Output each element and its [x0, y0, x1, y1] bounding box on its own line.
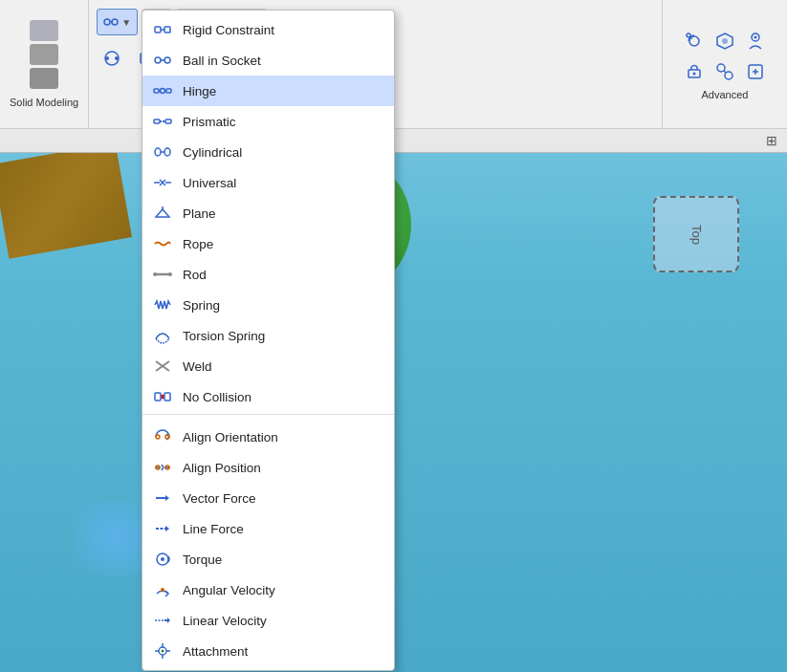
- svg-line-70: [162, 465, 164, 467]
- menu-item-hinge[interactable]: Hinge: [142, 76, 394, 106]
- solid-modeling-icon-group: [30, 20, 58, 89]
- menu-item-line-force[interactable]: Line Force: [142, 513, 394, 544]
- rod-icon: [152, 264, 173, 285]
- svg-line-71: [162, 467, 164, 470]
- menu-item-no-collision[interactable]: No Collision: [142, 381, 394, 412]
- menu-label-plane: Plane: [183, 206, 216, 221]
- menu-item-rope[interactable]: Rope: [142, 228, 394, 259]
- adv-icon-6[interactable]: [742, 58, 769, 85]
- spring-icon: [152, 294, 173, 315]
- linvel-icon: [152, 610, 173, 631]
- svg-rect-37: [155, 27, 161, 33]
- svg-point-28: [754, 36, 757, 39]
- toolbar-advanced: Advanced: [662, 0, 787, 128]
- menu-label-rope: Rope: [183, 237, 213, 251]
- svg-point-26: [722, 38, 728, 44]
- viewport-orientation-label: Top: [689, 225, 704, 245]
- menu-label-no-collision: No Collision: [183, 390, 251, 404]
- svg-rect-48: [154, 119, 160, 123]
- svg-point-30: [693, 73, 696, 76]
- menu-label-align-position: Align Position: [183, 461, 261, 475]
- menu-item-linear-velocity[interactable]: Linear Velocity: [142, 605, 394, 636]
- scene-plank: [0, 142, 132, 259]
- hinge-icon: [152, 80, 173, 101]
- menu-label-rod: Rod: [183, 268, 207, 282]
- adv-icon-3[interactable]: [742, 28, 769, 54]
- svg-point-40: [155, 57, 161, 63]
- menu-item-plane[interactable]: Plane: [142, 198, 394, 228]
- attachment-icon: [152, 640, 173, 661]
- adv-icon-4[interactable]: [681, 58, 708, 85]
- solid-modeling-label: Solid Modeling: [10, 97, 78, 108]
- menu-label-vector-force: Vector Force: [183, 491, 256, 506]
- svg-point-24: [687, 33, 690, 37]
- advanced-icons-group: [677, 28, 773, 85]
- plane-icon: [152, 203, 173, 224]
- cylindrical-icon: [152, 141, 173, 163]
- menu-label-attachment: Attachment: [183, 644, 248, 659]
- menu-label-prismatic: Prismatic: [183, 115, 236, 129]
- menu-item-spring[interactable]: Spring: [142, 290, 394, 320]
- vectorforce-icon: [152, 488, 173, 509]
- svg-point-78: [161, 588, 164, 592]
- menu-label-cylindrical: Cylindrical: [183, 145, 242, 160]
- svg-point-52: [164, 148, 170, 156]
- menu-label-universal: Universal: [183, 176, 236, 190]
- menu-item-cylindrical[interactable]: Cylindrical: [142, 137, 394, 167]
- icon-btn-1[interactable]: [97, 43, 127, 74]
- adv-icon-5[interactable]: [711, 58, 738, 85]
- menu-item-weld[interactable]: Weld: [142, 351, 394, 381]
- menu-item-align-orientation[interactable]: Align Orientation: [142, 422, 394, 452]
- svg-point-32: [725, 72, 732, 79]
- svg-rect-38: [164, 27, 170, 33]
- alignpos-icon: [152, 457, 173, 478]
- menu-separator-after-no-collision: [142, 414, 394, 420]
- menu-label-torque: Torque: [183, 553, 222, 567]
- svg-rect-43: [154, 89, 159, 93]
- menu-label-linear-velocity: Linear Velocity: [183, 614, 267, 628]
- menu-item-rod[interactable]: Rod: [142, 259, 394, 290]
- svg-point-51: [155, 148, 161, 156]
- menu-item-angular-velocity[interactable]: Angular Velocity: [142, 574, 394, 605]
- menu-item-align-position[interactable]: Align Position: [142, 452, 394, 483]
- constraints-icon: [103, 14, 119, 30]
- toolbar-solid-modeling: Solid Modeling: [0, 0, 89, 128]
- weld-icon: [152, 356, 173, 377]
- adv-icon-1[interactable]: [681, 28, 708, 54]
- menu-label-rigid-constraint: Rigid Constraint: [183, 23, 274, 37]
- svg-rect-49: [165, 119, 171, 123]
- menu-label-angular-velocity: Angular Velocity: [183, 583, 275, 597]
- menu-label-torsion-spring: Torsion Spring: [183, 329, 265, 343]
- svg-point-66: [156, 435, 160, 439]
- svg-rect-62: [155, 393, 161, 401]
- adv-icon-2[interactable]: [711, 28, 738, 54]
- svg-rect-63: [164, 393, 170, 401]
- menu-item-torsion-spring[interactable]: Torsion Spring: [142, 320, 394, 351]
- torsion-icon: [152, 325, 173, 346]
- alignorient-icon: [152, 426, 173, 447]
- menu-label-align-orientation: Align Orientation: [183, 430, 278, 444]
- svg-point-59: [168, 272, 172, 276]
- prismatic-icon: [152, 111, 173, 132]
- svg-point-8: [105, 56, 109, 60]
- menu-label-ball-in-socket: Ball in Socket: [183, 54, 261, 68]
- menu-item-rigid-constraint[interactable]: Rigid Constraint: [142, 14, 394, 45]
- torque-icon: [152, 549, 173, 570]
- menu-label-spring: Spring: [183, 298, 220, 313]
- menu-label-weld: Weld: [183, 359, 212, 374]
- constraints-dropdown-button[interactable]: ▼: [97, 9, 138, 35]
- menu-item-torque[interactable]: Torque: [142, 544, 394, 574]
- menu-item-universal[interactable]: Universal: [142, 167, 394, 198]
- advanced-label: Advanced: [702, 89, 749, 100]
- svg-line-33: [724, 71, 726, 73]
- nocollision-icon: [152, 386, 173, 407]
- svg-point-0: [104, 19, 110, 25]
- menu-item-vector-force[interactable]: Vector Force: [142, 483, 394, 513]
- menu-item-ball-in-socket[interactable]: Ball in Socket: [142, 45, 394, 76]
- menu-item-attachment[interactable]: Attachment: [142, 636, 394, 666]
- svg-point-9: [115, 56, 119, 60]
- svg-point-31: [717, 64, 725, 72]
- rope-icon: [152, 233, 173, 254]
- viewport-expand-icon[interactable]: ⊞: [761, 130, 782, 151]
- menu-item-prismatic[interactable]: Prismatic: [142, 106, 394, 137]
